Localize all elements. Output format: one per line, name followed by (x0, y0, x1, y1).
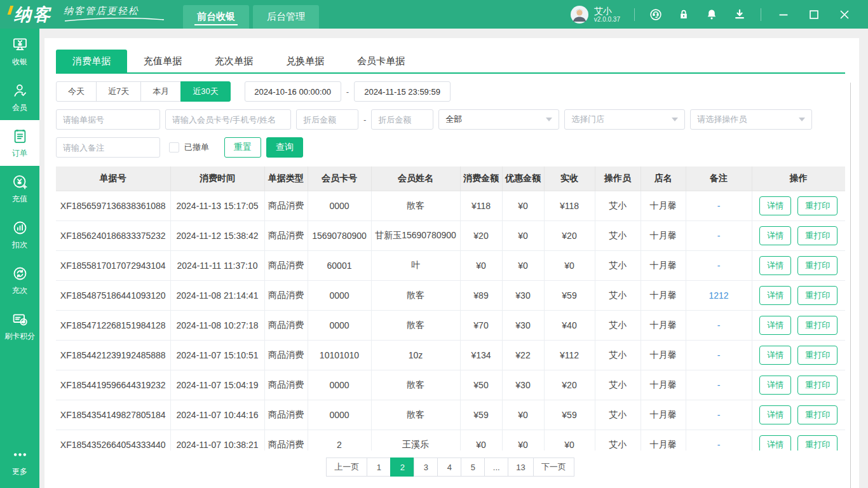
doc-tab-充值单据[interactable]: 充值单据 (127, 50, 198, 72)
page-button-3[interactable]: 3 (414, 458, 438, 477)
date-to-input[interactable] (354, 81, 451, 102)
page-ellipsis[interactable]: ... (484, 458, 508, 477)
quick-range-近30天[interactable]: 近30天 (180, 81, 230, 102)
detail-button[interactable]: 详情 (759, 405, 791, 424)
amount-cell: ¥0 (460, 430, 502, 451)
reprint-button[interactable]: 重打印 (797, 435, 837, 451)
doc-tab-兑换单据[interactable]: 兑换单据 (269, 50, 341, 72)
sidebar-item-收银[interactable]: 收银 (0, 29, 39, 74)
sidebar-item-label: 扣次 (12, 240, 27, 250)
sidebar-item-more[interactable]: 更多 (0, 438, 39, 484)
member-search-input[interactable] (165, 109, 291, 130)
detail-button[interactable]: 详情 (759, 226, 791, 245)
download-icon[interactable] (733, 8, 747, 22)
detail-button[interactable]: 详情 (759, 316, 791, 335)
sidebar-item-label: 订单 (12, 148, 27, 159)
next-page-button[interactable]: 下一页 (533, 458, 574, 477)
type-select[interactable]: 全部 (438, 109, 559, 130)
amount-cell: ¥50 (460, 370, 502, 400)
discount-cell: ¥0 (502, 191, 544, 220)
quick-range-本月[interactable]: 本月 (140, 81, 181, 102)
reprint-button[interactable]: 重打印 (797, 256, 837, 275)
orders-table-body: XF18565971368383610882024-11-13 15:17:05… (56, 191, 845, 451)
prev-page-button[interactable]: 上一页 (326, 458, 367, 477)
mode-tab-active[interactable]: 前台收银 (183, 5, 249, 29)
operator-cell: 艾小 (595, 310, 641, 340)
order-no-input[interactable] (56, 109, 160, 130)
sidebar-item-扣次[interactable]: 扣次 (0, 212, 39, 257)
doc-tab-消费单据[interactable]: 消费单据 (56, 50, 127, 72)
sidebar-item-订单[interactable]: 订单 (0, 120, 39, 166)
document-tabs: 消费单据充值单据充次单据兑换单据会员卡单据 (56, 50, 845, 74)
table-row: XF18562401868333752322024-11-12 15:38:42… (56, 220, 845, 250)
time-cell: 2024-11-13 15:17:05 (170, 191, 264, 220)
mode-tab-inactive[interactable]: 后台管理 (253, 5, 319, 29)
doc-tab-充次单据[interactable]: 充次单据 (198, 50, 269, 72)
app-version: v2.0.0.37 (594, 16, 620, 24)
app-tagline: 纳客管店更轻松 (64, 5, 165, 22)
cancelled-checkbox-wrap[interactable]: 已撤单 (169, 142, 209, 153)
maximize-button[interactable] (806, 6, 822, 23)
type-cell: 商品消费 (264, 250, 308, 280)
detail-button[interactable]: 详情 (759, 286, 791, 305)
remark-cell[interactable]: 1212 (686, 280, 752, 310)
detail-button[interactable]: 详情 (759, 256, 791, 275)
amount-cell: ¥118 (460, 191, 502, 220)
date-from-input[interactable] (245, 81, 341, 102)
reset-button[interactable]: 重置 (224, 137, 261, 158)
cancelled-checkbox[interactable] (169, 142, 179, 152)
amount-max-input[interactable] (371, 109, 433, 130)
reprint-button[interactable]: 重打印 (797, 196, 837, 215)
reprint-button[interactable]: 重打印 (797, 346, 837, 365)
doc-tab-会员卡单据[interactable]: 会员卡单据 (341, 50, 421, 72)
detail-button[interactable]: 详情 (759, 346, 791, 365)
reprint-button[interactable]: 重打印 (797, 286, 837, 305)
member-name-cell: 散客 (371, 370, 460, 400)
type-cell: 商品消费 (264, 370, 308, 400)
page-button-2[interactable]: 2 (390, 458, 414, 477)
sidebar-item-充次[interactable]: 充次 (0, 257, 39, 303)
remark-cell: - (686, 250, 752, 280)
quick-range-group: 今天近7天本月近30天 (56, 81, 231, 102)
operator-select[interactable]: 请选择操作员 (690, 109, 812, 130)
time-cell: 2024-11-07 10:44:16 (170, 400, 264, 430)
amount-cell: ¥134 (460, 340, 502, 370)
close-button[interactable] (836, 6, 853, 23)
refill-icon (11, 265, 29, 282)
sidebar-item-label: 刷卡积分 (4, 331, 35, 342)
column-header: 操作 (752, 166, 845, 191)
reprint-button[interactable]: 重打印 (797, 226, 837, 245)
sidebar-item-刷卡积分[interactable]: 刷卡积分 (0, 303, 39, 349)
quick-range-近7天[interactable]: 近7天 (96, 81, 141, 102)
page-button-4[interactable]: 4 (437, 458, 461, 477)
sidebar-item-会员[interactable]: 会员 (0, 74, 39, 120)
detail-button[interactable]: 详情 (759, 196, 791, 215)
quick-range-今天[interactable]: 今天 (56, 81, 97, 102)
query-button[interactable]: 查询 (266, 137, 303, 158)
minimize-button[interactable] (775, 6, 792, 23)
remark-cell: - (686, 370, 752, 400)
reprint-button[interactable]: 重打印 (797, 376, 837, 395)
order-icon (11, 128, 29, 145)
amount-min-input[interactable] (296, 109, 358, 130)
store-select[interactable]: 选择门店 (564, 109, 685, 130)
bell-icon[interactable] (705, 8, 719, 22)
detail-button[interactable]: 详情 (759, 435, 791, 451)
orders-table-wrap: 单据号消费时间单据类型会员卡号会员姓名消费金额优惠金额实收操作员店名备注操作 X… (56, 166, 845, 451)
type-cell: 商品消费 (264, 310, 308, 340)
user-box[interactable]: 艾小 v2.0.0.37 (570, 5, 620, 24)
customer-service-icon[interactable] (649, 8, 663, 22)
member-name-cell: 叶 (371, 250, 460, 280)
order-no-cell: XF1856597136838361088 (56, 191, 170, 220)
page-button-5[interactable]: 5 (461, 458, 485, 477)
tagline-swoosh (64, 18, 165, 22)
page-button-1[interactable]: 1 (367, 458, 391, 477)
page-button-13[interactable]: 13 (508, 458, 533, 477)
lock-icon[interactable] (677, 8, 691, 22)
sidebar-item-充值[interactable]: 充值 (0, 166, 39, 212)
reprint-button[interactable]: 重打印 (797, 405, 837, 424)
scrollbar[interactable] (850, 83, 851, 488)
remark-input[interactable] (56, 137, 160, 158)
reprint-button[interactable]: 重打印 (797, 316, 837, 335)
detail-button[interactable]: 详情 (759, 376, 791, 395)
